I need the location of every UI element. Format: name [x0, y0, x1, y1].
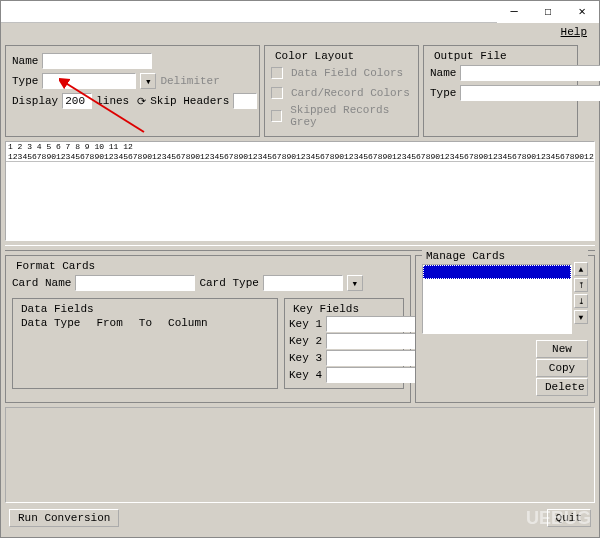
format-cards-panel: Format Cards Card Name Card Type ▾ Data … [5, 255, 411, 403]
column-header: Column [168, 317, 208, 329]
type-label: Type [12, 75, 38, 87]
manage-list-selected-item[interactable] [423, 265, 571, 279]
key1-label: Key 1 [289, 318, 322, 330]
source-panel: Name Type ▾ Delimiter Display lines ⟳ Sk… [5, 45, 260, 137]
menubar: Help [1, 23, 599, 41]
key-fields-legend: Key Fields [289, 303, 363, 315]
run-conversion-button[interactable]: Run Conversion [9, 509, 119, 527]
ruler: 1 2 3 4 5 6 7 8 9 10 11 12 1234567890123… [6, 142, 594, 162]
move-top-icon[interactable]: ⤒ [574, 278, 588, 292]
lines-label: lines [96, 95, 129, 107]
move-down-icon[interactable]: ▼ [574, 310, 588, 324]
key2-label: Key 2 [289, 335, 322, 347]
delete-button[interactable]: Delete [536, 378, 588, 396]
manage-list[interactable] [422, 264, 572, 334]
preview-area: 1 2 3 4 5 6 7 8 9 10 11 12 1234567890123… [5, 141, 595, 241]
manage-cards-panel: Manage Cards ▲ ⤒ ⤓ ▼ New Copy Delete [415, 255, 595, 403]
skip-headers-label: Skip Headers [150, 95, 229, 107]
output-type-input[interactable] [460, 85, 600, 101]
color-layout-panel: Color Layout Data Field Colors Card/Reco… [264, 45, 419, 137]
manage-cards-legend: Manage Cards [422, 250, 588, 262]
skipped-records-grey-label: Skipped Records Grey [290, 104, 412, 128]
card-type-dropdown-icon[interactable]: ▾ [347, 275, 363, 291]
card-type-label: Card Type [199, 277, 258, 289]
card-name-input[interactable] [75, 275, 195, 291]
move-up-icon[interactable]: ▲ [574, 262, 588, 276]
card-name-label: Card Name [12, 277, 71, 289]
ruler-bottom: 1234567890123456789012345678901234567890… [8, 152, 594, 162]
card-record-colors-checkbox[interactable] [271, 87, 283, 99]
card-type-input[interactable] [263, 275, 343, 291]
output-area [5, 407, 595, 503]
skip-headers-input[interactable] [233, 93, 257, 109]
output-file-panel: Output File Name Type ▾ [423, 45, 578, 137]
name-label: Name [12, 55, 38, 67]
ruler-top: 1 2 3 4 5 6 7 8 9 10 11 12 [8, 142, 594, 152]
quit-button[interactable]: Quit [547, 509, 591, 527]
help-menu[interactable]: Help [555, 26, 593, 38]
new-button[interactable]: New [536, 340, 588, 358]
from-header: From [96, 317, 122, 329]
output-name-label: Name [430, 67, 456, 79]
output-type-label: Type [430, 87, 456, 99]
move-bottom-icon[interactable]: ⤓ [574, 294, 588, 308]
data-field-colors-checkbox[interactable] [271, 67, 283, 79]
key3-label: Key 3 [289, 352, 322, 364]
data-fields-legend: Data Fields [17, 303, 98, 315]
display-input[interactable] [62, 93, 92, 109]
data-fields-panel: Data Fields Data Type From To Column [12, 298, 278, 389]
type-dropdown-icon[interactable]: ▾ [140, 73, 156, 89]
data-type-header: Data Type [21, 317, 80, 329]
refresh-icon[interactable]: ⟳ [137, 95, 146, 108]
data-field-colors-label: Data Field Colors [291, 67, 403, 79]
card-record-colors-label: Card/Record Colors [291, 87, 410, 99]
name-input[interactable] [42, 53, 152, 69]
output-file-legend: Output File [430, 50, 511, 62]
copy-button[interactable]: Copy [536, 359, 588, 377]
titlebar: — ☐ ✕ [1, 1, 599, 23]
type-input[interactable] [42, 73, 136, 89]
to-header: To [139, 317, 152, 329]
color-layout-legend: Color Layout [271, 50, 358, 62]
output-name-input[interactable] [460, 65, 600, 81]
display-label: Display [12, 95, 58, 107]
key-fields-panel: Key Fields Key 1 Key 2 Key 3 [284, 298, 404, 389]
minimize-button[interactable]: — [497, 1, 531, 23]
maximize-button[interactable]: ☐ [531, 1, 565, 23]
key4-label: Key 4 [289, 369, 322, 381]
close-button[interactable]: ✕ [565, 1, 599, 23]
delimiter-label: Delimiter [160, 75, 219, 87]
skipped-records-grey-checkbox[interactable] [271, 110, 282, 122]
format-cards-legend: Format Cards [12, 260, 99, 272]
